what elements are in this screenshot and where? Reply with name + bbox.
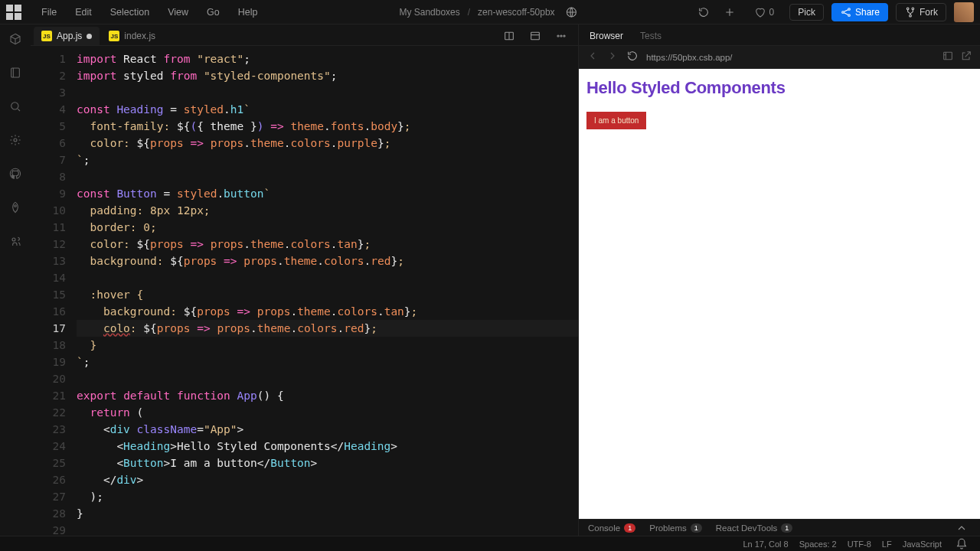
new-window-icon[interactable] <box>960 50 972 64</box>
svg-rect-17 <box>944 52 952 59</box>
menu-selection[interactable]: Selection <box>103 4 157 21</box>
svg-point-14 <box>557 35 559 37</box>
svg-point-1 <box>842 11 844 13</box>
breadcrumb-name[interactable]: zen-wescoff-50pbx <box>478 7 555 18</box>
svg-point-6 <box>910 15 912 17</box>
console-tab[interactable]: Console1 <box>588 523 635 533</box>
svg-point-16 <box>564 35 565 37</box>
svg-point-4 <box>906 8 909 10</box>
preview-pane: Browser Tests https://50pbx.csb.app/ Hel… <box>578 24 980 536</box>
svg-rect-13 <box>531 32 540 39</box>
preview-button[interactable]: I am a button <box>586 112 646 129</box>
deploy-icon[interactable] <box>7 199 24 216</box>
code-body[interactable]: import React from "react";import styled … <box>77 46 578 536</box>
status-eol[interactable]: LF <box>882 540 892 549</box>
pick-button[interactable]: Pick <box>789 4 824 21</box>
url-field[interactable]: https://50pbx.csb.app/ <box>646 53 934 62</box>
plus-icon[interactable] <box>720 3 739 21</box>
layout-icon[interactable] <box>500 27 518 45</box>
svg-point-2 <box>848 8 851 10</box>
status-lang[interactable]: JavaScript <box>903 540 942 549</box>
svg-point-3 <box>848 14 851 16</box>
url-bar: https://50pbx.csb.app/ <box>579 46 980 69</box>
devtools-icon[interactable] <box>942 50 954 64</box>
svg-point-15 <box>560 35 562 37</box>
bottom-panel: Console1 Problems1 React DevTools1 <box>579 519 980 536</box>
status-encoding[interactable]: UTF-8 <box>848 540 871 549</box>
activity-bar <box>0 24 31 536</box>
menu-help[interactable]: Help <box>230 4 266 21</box>
tab-tests[interactable]: Tests <box>639 27 663 45</box>
react-devtools-tab[interactable]: React DevTools1 <box>716 523 793 533</box>
likes-button[interactable]: 0 <box>746 4 782 21</box>
svg-point-8 <box>11 103 18 109</box>
code-editor[interactable]: 1234567891011121314151617181920212223242… <box>31 46 578 536</box>
forward-icon[interactable] <box>606 50 619 64</box>
svg-point-9 <box>14 139 17 142</box>
explorer-icon[interactable] <box>7 64 24 81</box>
restart-icon[interactable] <box>694 3 713 21</box>
status-position[interactable]: Ln 17, Col 8 <box>743 540 788 549</box>
dirty-indicator-icon <box>87 34 92 39</box>
js-file-icon: JS <box>109 31 119 41</box>
breadcrumb: My Sandboxes / zen-wescoff-50pbx <box>399 3 580 21</box>
tab-app-js[interactable]: JSApp.js <box>34 27 100 45</box>
tab-browser[interactable]: Browser <box>588 27 625 45</box>
search-icon[interactable] <box>7 98 24 115</box>
svg-point-5 <box>912 8 914 10</box>
back-icon[interactable] <box>586 50 599 64</box>
more-icon[interactable] <box>552 27 570 45</box>
settings-icon[interactable] <box>7 132 24 148</box>
live-icon[interactable] <box>7 233 24 249</box>
line-gutter: 1234567891011121314151617181920212223242… <box>31 46 77 536</box>
menu-go[interactable]: Go <box>199 4 227 21</box>
status-spaces[interactable]: Spaces: 2 <box>799 540 837 549</box>
preview-body: Hello Styled Components I am a button <box>579 69 980 519</box>
share-button[interactable]: Share <box>831 3 888 21</box>
menu-edit[interactable]: Edit <box>67 4 100 21</box>
breadcrumb-parent[interactable]: My Sandboxes <box>399 7 459 18</box>
svg-point-10 <box>15 205 17 207</box>
tab-index-js[interactable]: JSindex.js <box>101 27 163 45</box>
editor-tabs: JSApp.jsJSindex.js <box>31 24 578 46</box>
svg-rect-7 <box>11 68 20 77</box>
chevron-up-icon[interactable] <box>952 519 971 537</box>
avatar[interactable] <box>954 2 974 22</box>
reload-icon[interactable] <box>626 50 639 64</box>
preview-heading: Hello Styled Components <box>586 78 972 98</box>
app-logo[interactable] <box>6 5 21 20</box>
github-icon[interactable] <box>7 165 24 182</box>
status-bar: Ln 17, Col 8 Spaces: 2 UTF-8 LF JavaScri… <box>0 536 980 551</box>
js-file-icon: JS <box>41 31 52 41</box>
split-icon[interactable] <box>526 27 544 45</box>
problems-tab[interactable]: Problems1 <box>649 523 702 533</box>
top-bar: FileEditSelectionViewGoHelp My Sandboxes… <box>0 0 980 24</box>
svg-point-11 <box>12 238 15 241</box>
notifications-icon[interactable] <box>952 535 971 552</box>
sandbox-icon[interactable] <box>7 31 24 47</box>
preview-tabs: Browser Tests <box>579 24 980 46</box>
menu-view[interactable]: View <box>160 4 196 21</box>
fork-button[interactable]: Fork <box>896 3 946 21</box>
menu-file[interactable]: File <box>34 4 64 21</box>
globe-icon[interactable] <box>563 3 581 21</box>
